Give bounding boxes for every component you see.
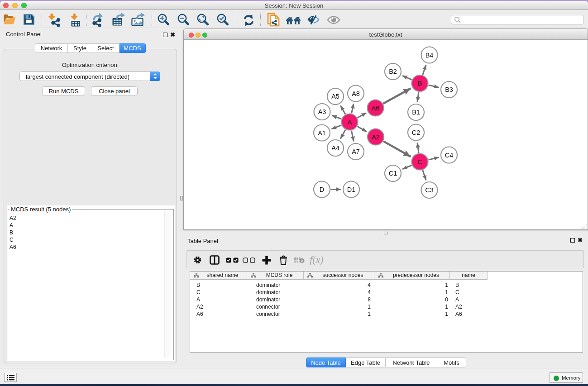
svg-text:A5: A5 [331,93,339,100]
svg-text:D1: D1 [347,186,356,193]
svg-text:B2: B2 [389,68,397,75]
svg-text:A2: A2 [372,133,380,141]
svg-text:C1: C1 [389,170,397,177]
svg-text:A1: A1 [318,129,326,137]
svg-text:B3: B3 [445,86,453,93]
svg-text:D: D [320,186,324,193]
svg-text:A: A [348,119,352,126]
svg-text:C: C [417,158,422,166]
svg-text:C3: C3 [425,186,434,194]
svg-text:A7: A7 [352,148,360,155]
svg-text:A4: A4 [331,144,339,152]
svg-text:C2: C2 [412,129,421,136]
svg-text:B1: B1 [412,109,420,116]
svg-text:A8: A8 [352,90,360,97]
svg-text:A3: A3 [318,108,326,115]
svg-text:B: B [418,80,422,87]
svg-text:A6: A6 [372,105,380,112]
svg-text:B4: B4 [425,52,434,59]
svg-text:C4: C4 [445,152,454,159]
